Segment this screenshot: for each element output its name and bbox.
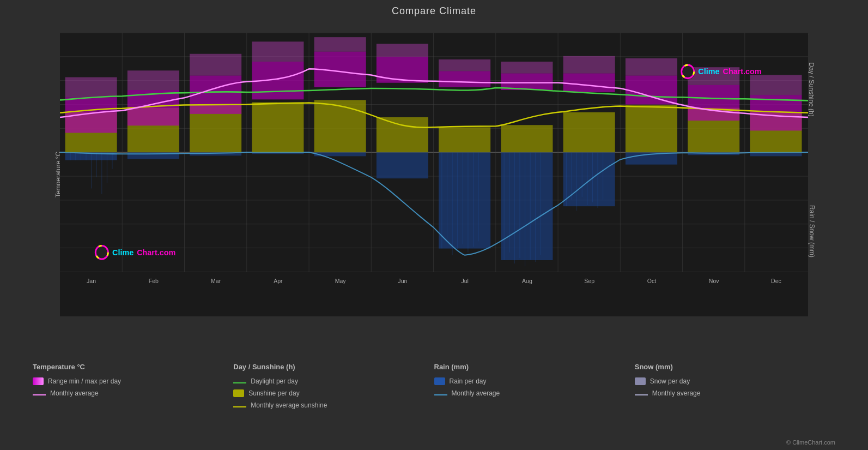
legend-sunshine-title: Day / Sunshine (h) [233,363,434,371]
snow-swatch [635,377,646,385]
copyright-label: © ClimeChart.com [786,439,835,446]
temp-avg-line [33,394,46,395]
svg-text:Jul: Jul [461,278,468,284]
legend-sunshine-swatch-label: Sunshine per day [248,389,299,397]
legend-snow-avg-label: Monthly average [652,389,701,397]
svg-rect-107 [439,127,490,152]
svg-rect-105 [314,100,366,152]
svg-text:Chart.com: Chart.com [723,67,761,76]
legend-section-rain: Rain (mm) Rain per day Monthly average [434,363,635,442]
svg-point-137 [94,244,109,260]
svg-rect-118 [377,57,428,83]
svg-text:May: May [335,278,346,284]
legend-item-rain-avg: Monthly average [434,389,635,397]
svg-rect-131 [439,59,490,71]
svg-rect-126 [128,70,179,90]
svg-text:Feb: Feb [149,278,159,284]
svg-rect-106 [377,117,428,152]
axis-label-right-bottom: Rain / Snow (mm) [808,205,816,257]
daylight-line [233,382,246,383]
svg-rect-121 [563,73,615,92]
snow-avg-line [635,394,648,395]
svg-text:Chart.com: Chart.com [137,248,175,256]
svg-text:Clime: Clime [112,248,133,256]
svg-rect-61 [377,152,428,178]
legend-rain-title: Rain (mm) [434,363,635,371]
svg-rect-110 [626,105,677,153]
legend-item-temp-avg: Monthly average [33,389,233,397]
legend-item-sunshine-swatch: Sunshine per day [233,389,434,397]
svg-rect-125 [65,77,117,98]
svg-rect-129 [314,37,366,52]
page-title: Compare Climate [0,0,868,17]
svg-rect-133 [563,56,615,74]
temp-range-swatch [33,377,44,385]
legend-temp-avg-label: Monthly average [50,389,99,397]
svg-rect-127 [190,54,241,76]
legend-area: Temperature °C Range min / max per day M… [0,355,868,450]
legend-rain-swatch-label: Rain per day [450,377,487,385]
legend-item-snow-swatch: Snow per day [635,377,835,385]
axis-label-right-top: Day / Sunshine (h) [807,62,815,116]
chart-svg: 50 40 30 20 10 0 -10 -20 -30 -40 -50 24 [60,33,808,316]
legend-daylight-label: Daylight per day [251,377,298,385]
legend-section-temperature: Temperature °C Range min / max per day M… [33,363,233,442]
chart-inner: Temperature °C Day / Sunshine (h) Rain /… [60,33,808,316]
page-container: Compare Climate Lucknow Lucknow Temperat… [0,0,868,450]
svg-rect-128 [252,41,304,62]
svg-rect-115 [190,76,241,114]
rain-avg-line [434,394,447,395]
svg-rect-109 [563,112,615,152]
legend-snow-swatch-label: Snow per day [650,377,690,385]
legend-temp-title: Temperature °C [33,363,233,371]
legend-item-sunshine-avg: Monthly average sunshine [233,401,434,409]
svg-rect-130 [377,44,428,56]
svg-text:Dec: Dec [771,278,781,284]
rain-swatch [434,377,445,385]
svg-rect-134 [626,58,677,76]
svg-text:Jun: Jun [398,278,407,284]
svg-rect-122 [626,76,677,105]
svg-rect-104 [252,102,304,152]
svg-rect-123 [688,85,739,121]
legend-item-rain-swatch: Rain per day [434,377,635,385]
svg-text:Aug: Aug [522,278,532,284]
chart-area: Lucknow Lucknow Temperature °C Day / Sun… [33,22,835,338]
legend-item-temp-range: Range min / max per day [33,377,233,385]
svg-rect-63 [501,152,553,260]
svg-rect-136 [750,75,802,95]
legend-section-sunshine: Day / Sunshine (h) Daylight per day Suns… [233,363,434,442]
svg-text:Oct: Oct [647,278,656,284]
sunshine-swatch [233,389,244,397]
sunshine-avg-line [233,406,246,407]
legend-section-snow: Snow (mm) Snow per day Monthly average [635,363,835,442]
svg-rect-64 [563,152,615,206]
svg-text:Mar: Mar [211,278,221,284]
svg-text:Nov: Nov [709,278,719,284]
legend-item-daylight: Daylight per day [233,377,434,385]
svg-text:Clime: Clime [698,67,719,76]
svg-rect-119 [439,71,490,87]
legend-temp-range-label: Range min / max per day [48,377,121,385]
svg-text:Apr: Apr [274,278,283,284]
svg-rect-132 [501,62,553,73]
svg-text:Sep: Sep [584,278,594,284]
legend-rain-avg-label: Monthly average [452,389,500,397]
legend-sunshine-avg-label: Monthly average sunshine [251,401,327,409]
svg-rect-62 [439,152,490,248]
legend-snow-title: Snow (mm) [635,363,835,371]
svg-rect-108 [501,125,553,152]
svg-point-142 [681,64,695,80]
legend-item-snow-avg: Monthly average [635,389,835,397]
svg-text:Jan: Jan [87,278,96,284]
